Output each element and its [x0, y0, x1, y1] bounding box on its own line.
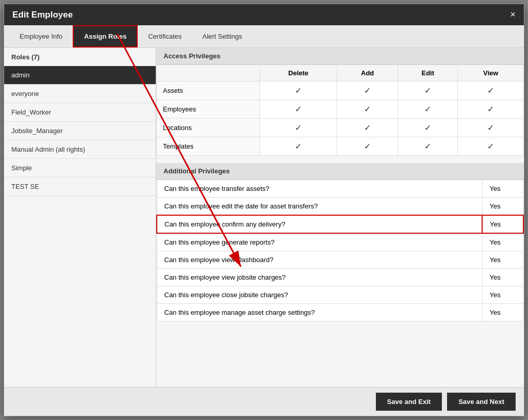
- privilege-value: Yes: [482, 251, 523, 269]
- delete-check: ✓: [260, 100, 337, 119]
- table-row: Employees ✓ ✓ ✓ ✓: [157, 100, 524, 119]
- add-check: ✓: [337, 82, 398, 100]
- sidebar-item-test-se[interactable]: TEST SE: [4, 177, 156, 196]
- edit-check: ✓: [398, 137, 458, 156]
- table-row: Can this employee edit the date for asse…: [157, 198, 523, 216]
- table-row: Assets ✓ ✓ ✓ ✓: [157, 82, 524, 100]
- table-row: Can this employee generate reports? Yes: [157, 233, 523, 251]
- sidebar-item-everyone[interactable]: everyone: [4, 85, 156, 103]
- table-row: Can this employee view jobsite charges? …: [157, 269, 523, 286]
- row-label: Assets: [157, 82, 260, 100]
- privilege-label: Can this employee generate reports?: [157, 233, 482, 251]
- privilege-value: Yes: [482, 215, 523, 233]
- table-row: Can this employee manage asset charge se…: [157, 304, 523, 321]
- access-privileges-title: Access Privileges: [156, 48, 524, 64]
- row-label: Locations: [157, 119, 260, 137]
- tab-certificates[interactable]: Certificates: [138, 25, 192, 47]
- row-label: Templates: [157, 137, 260, 156]
- delete-check: ✓: [260, 137, 337, 156]
- sidebar-item-jobsite-manager[interactable]: Jobsite_Manager: [4, 122, 156, 140]
- add-check: ✓: [337, 119, 398, 137]
- modal-header: Edit Employee ×: [4, 4, 524, 25]
- access-privileges-table: Delete Add Edit View Assets ✓ ✓ ✓ ✓: [156, 64, 524, 156]
- privilege-label: Can this employee view jobsite charges?: [157, 269, 482, 286]
- table-row: Locations ✓ ✓ ✓ ✓: [157, 119, 524, 137]
- view-check: ✓: [458, 82, 524, 100]
- delete-check: ✓: [260, 119, 337, 137]
- tab-employee-info[interactable]: Employee Info: [9, 25, 73, 47]
- table-row-highlighted: Can this employee confirm any delivery? …: [157, 215, 523, 233]
- table-row: Can this employee view Dashboard? Yes: [157, 251, 523, 269]
- table-row: Templates ✓ ✓ ✓ ✓: [157, 137, 524, 156]
- delete-check: ✓: [260, 82, 337, 100]
- privilege-value: Yes: [482, 304, 523, 321]
- privilege-label: Can this employee transfer assets?: [157, 180, 482, 198]
- col-view: View: [458, 65, 524, 82]
- col-edit: Edit: [398, 65, 458, 82]
- sidebar-item-admin[interactable]: admin: [4, 66, 156, 85]
- privilege-value: Yes: [482, 269, 523, 286]
- additional-privileges-title: Additional Privileges: [156, 163, 524, 180]
- sidebar-item-manual-admin[interactable]: Manual Admin (all rights): [4, 140, 156, 159]
- view-check: ✓: [458, 137, 524, 156]
- col-delete: Delete: [260, 65, 337, 82]
- add-check: ✓: [337, 100, 398, 119]
- privilege-value: Yes: [482, 180, 523, 198]
- add-check: ✓: [337, 137, 398, 156]
- additional-privileges-table: Can this employee transfer assets? Yes C…: [156, 180, 524, 321]
- col-resource: [157, 65, 260, 82]
- privilege-label: Can this employee manage asset charge se…: [157, 304, 482, 321]
- privilege-label: Can this employee edit the date for asse…: [157, 198, 482, 216]
- privilege-value: Yes: [482, 233, 523, 251]
- privilege-value: Yes: [482, 286, 523, 304]
- save-exit-button[interactable]: Save and Exit: [376, 393, 442, 411]
- close-button[interactable]: ×: [510, 9, 516, 20]
- row-label: Employees: [157, 100, 260, 119]
- save-next-button[interactable]: Save and Next: [447, 393, 516, 411]
- privilege-value: Yes: [482, 198, 523, 216]
- edit-check: ✓: [398, 82, 458, 100]
- edit-employee-modal: Edit Employee × Employee Info Assign Rol…: [4, 4, 524, 416]
- privileges-content: Access Privileges Delete Add Edit View A…: [156, 48, 524, 387]
- tab-assign-roles[interactable]: Assign Roles: [73, 25, 138, 47]
- privilege-label: Can this employee view Dashboard?: [157, 251, 482, 269]
- table-row: Can this employee close jobsite charges?…: [157, 286, 523, 304]
- modal-title: Edit Employee: [12, 10, 73, 20]
- privilege-label: Can this employee confirm any delivery?: [157, 215, 482, 233]
- col-add: Add: [337, 65, 398, 82]
- sidebar-item-simple[interactable]: Simple: [4, 159, 156, 177]
- tab-alert-settings[interactable]: Alert Settings: [192, 25, 253, 47]
- modal-footer: Save and Exit Save and Next: [4, 387, 524, 416]
- tab-bar: Employee Info Assign Roles Certificates …: [4, 25, 524, 48]
- privilege-label: Can this employee close jobsite charges?: [157, 286, 482, 304]
- roles-sidebar: Roles (7) admin everyone Field_Worker Jo…: [4, 48, 156, 387]
- view-check: ✓: [458, 100, 524, 119]
- table-row: Can this employee transfer assets? Yes: [157, 180, 523, 198]
- edit-check: ✓: [398, 100, 458, 119]
- roles-header: Roles (7): [4, 48, 156, 66]
- sidebar-item-field-worker[interactable]: Field_Worker: [4, 103, 156, 122]
- edit-check: ✓: [398, 119, 458, 137]
- view-check: ✓: [458, 119, 524, 137]
- modal-body: Roles (7) admin everyone Field_Worker Jo…: [4, 48, 524, 387]
